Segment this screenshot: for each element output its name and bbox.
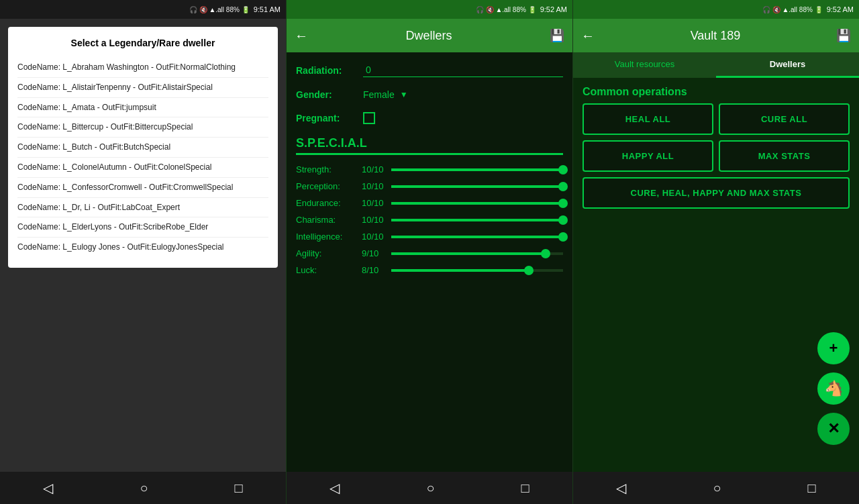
stat-value: 10/10 [362, 198, 386, 208]
stat-bar [391, 269, 563, 272]
card-title: Select a Legendary/Rare dweller [17, 38, 268, 48]
dwellers-header: ← Dwellers 💾 [287, 19, 572, 52]
bottom-nav-3: ◁ ○ □ [573, 472, 859, 504]
home-nav-icon-3[interactable]: ○ [713, 481, 721, 496]
stat-row: Agility:9/10 [296, 248, 563, 258]
status-icons-2: 🎧 🔇 ▲.all 88% 🔋 [476, 6, 536, 13]
stat-label: Strength: [296, 164, 356, 174]
back-button-2[interactable]: ← [295, 28, 308, 44]
stat-row: Endurance:10/10 [296, 198, 563, 208]
status-bar-1: 🎧 🔇 ▲.all 88% 🔋 9:51 AM [0, 0, 286, 19]
dweller-list-item[interactable]: CodeName: L_Amata - OutFit:jumpsuit [17, 98, 268, 118]
heal-all-button[interactable]: HEAL ALL [583, 103, 713, 135]
ops-grid: HEAL ALL CURE ALL HAPPY ALL MAX STATS [573, 103, 859, 177]
stat-value: 10/10 [362, 232, 386, 242]
gender-label: Gender: [296, 89, 356, 100]
pregnant-checkbox[interactable] [363, 112, 375, 124]
stat-value: 10/10 [362, 181, 386, 191]
stats-list: Strength:10/10Perception:10/10Endurance:… [296, 164, 563, 275]
stat-bar [391, 168, 563, 171]
legendary-dweller-card: Select a Legendary/Rare dweller CodeName… [8, 27, 278, 268]
stat-value: 10/10 [362, 164, 386, 174]
common-ops-title: Common operations [573, 78, 859, 103]
dweller-list-item[interactable]: CodeName: L_AlistairTenpenny - OutFit:Al… [17, 78, 268, 98]
stat-row: Perception:10/10 [296, 181, 563, 191]
panel-vault: 🎧 🔇 ▲.all 88% 🔋 9:52 AM ← Vault 189 💾 Va… [573, 0, 859, 504]
cure-heal-happy-max-button[interactable]: CURE, HEAL, HAPPY AND MAX STATS [583, 177, 850, 209]
gender-dropdown-arrow: ▼ [400, 90, 408, 99]
max-stats-button[interactable]: MAX STATS [719, 140, 850, 172]
dweller-list-item[interactable]: CodeName: L_ElderLyons - OutFit:ScribeRo… [17, 217, 268, 238]
dweller-list-item[interactable]: CodeName: L_ConfessorCromwell - OutFit:C… [17, 178, 268, 198]
radiation-row: Radiation: [296, 63, 563, 77]
stat-row: Charisma:10/10 [296, 215, 563, 225]
status-bar-2: 🎧 🔇 ▲.all 88% 🔋 9:52 AM [287, 0, 572, 19]
dweller-list-item[interactable]: CodeName: L_Butch - OutFit:ButchSpecial [17, 138, 268, 158]
back-nav-icon-3[interactable]: ◁ [616, 480, 626, 496]
dweller-list-item[interactable]: CodeName: L_Bittercup - OutFit:Bittercup… [17, 117, 268, 138]
gender-row: Gender: Female ▼ [296, 89, 563, 100]
dwellers-title: Dwellers [316, 29, 542, 43]
back-nav-icon-1[interactable]: ◁ [43, 480, 53, 496]
fab-add-button[interactable]: + [817, 332, 850, 364]
bottom-nav-2: ◁ ○ □ [287, 472, 572, 504]
status-icons-3: 🎧 🔇 ▲.all 88% 🔋 [762, 6, 823, 13]
pregnant-row: Pregnant: [296, 112, 563, 124]
stat-row: Strength:10/10 [296, 164, 563, 174]
happy-all-button[interactable]: HAPPY ALL [583, 140, 713, 172]
dweller-list-item[interactable]: CodeName: L_Abraham Washington - OutFit:… [17, 58, 268, 78]
recents-nav-icon-1[interactable]: □ [234, 481, 242, 496]
stat-label: Intelligence: [296, 232, 356, 242]
pregnant-label: Pregnant: [296, 113, 356, 123]
stat-value: 10/10 [362, 215, 386, 225]
time-2: 9:52 AM [540, 5, 567, 13]
stat-bar [391, 236, 563, 238]
bottom-nav-1: ◁ ○ □ [0, 472, 286, 504]
vault-content: Vault resources Dwellers Common operatio… [573, 52, 859, 472]
recents-nav-icon-3[interactable]: □ [807, 481, 815, 496]
gender-select[interactable]: Female ▼ [363, 89, 563, 100]
stat-label: Luck: [296, 265, 356, 275]
dweller-list-item[interactable]: CodeName: L_ColonelAutumn - OutFit:Colon… [17, 158, 268, 178]
home-nav-icon-1[interactable]: ○ [140, 481, 148, 496]
time-1: 9:51 AM [254, 5, 281, 13]
radiation-label: Radiation: [296, 65, 356, 76]
stat-bar [391, 202, 563, 205]
special-divider [296, 153, 563, 155]
stat-label: Perception: [296, 181, 356, 191]
tab-bar: Vault resources Dwellers [573, 52, 859, 78]
back-nav-icon-2[interactable]: ◁ [330, 480, 340, 496]
dweller-list-item[interactable]: CodeName: L_Eulogy Jones - OutFit:Eulogy… [17, 238, 268, 257]
stat-bar [391, 185, 563, 188]
save-button-2[interactable]: 💾 [550, 28, 564, 43]
stat-row: Intelligence:10/10 [296, 232, 563, 242]
stat-value: 9/10 [362, 248, 386, 258]
card-area: Select a Legendary/Rare dweller CodeName… [0, 19, 286, 472]
status-icons-1: 🎧 🔇 ▲.all 88% 🔋 [189, 6, 250, 13]
dweller-list: CodeName: L_Abraham Washington - OutFit:… [17, 58, 268, 257]
back-button-3[interactable]: ← [581, 28, 595, 44]
recents-nav-icon-2[interactable]: □ [521, 481, 529, 496]
stat-row: Luck:8/10 [296, 265, 563, 275]
dwellers-form: Radiation: Gender: Female ▼ Pregnant: S.… [287, 52, 572, 472]
fab-close-button[interactable]: ✕ [817, 413, 850, 445]
fab-horse-button[interactable]: 🐴 [817, 372, 850, 405]
tab-vault-resources[interactable]: Vault resources [573, 52, 716, 78]
panel-legendary-dweller: 🎧 🔇 ▲.all 88% 🔋 9:51 AM Select a Legenda… [0, 0, 286, 504]
special-title: S.P.E.C.I.A.L [296, 136, 563, 150]
vault-title: Vault 189 [603, 29, 828, 43]
cure-all-button[interactable]: CURE ALL [719, 103, 850, 135]
dweller-list-item[interactable]: CodeName: L_Dr, Li - OutFit:LabCoat_Expe… [17, 198, 268, 218]
radiation-input[interactable] [363, 63, 563, 77]
vault-header: ← Vault 189 💾 [573, 19, 859, 52]
tab-dwellers[interactable]: Dwellers [716, 52, 859, 78]
stat-label: Endurance: [296, 198, 356, 208]
stat-label: Charisma: [296, 215, 356, 225]
home-nav-icon-2[interactable]: ○ [426, 481, 434, 496]
panel-dwellers-detail: 🎧 🔇 ▲.all 88% 🔋 9:52 AM ← Dwellers 💾 Rad… [286, 0, 573, 504]
time-3: 9:52 AM [827, 5, 854, 13]
save-button-3[interactable]: 💾 [836, 28, 851, 43]
status-bar-3: 🎧 🔇 ▲.all 88% 🔋 9:52 AM [573, 0, 859, 19]
gender-value: Female [363, 89, 395, 100]
stat-value: 8/10 [362, 265, 386, 275]
